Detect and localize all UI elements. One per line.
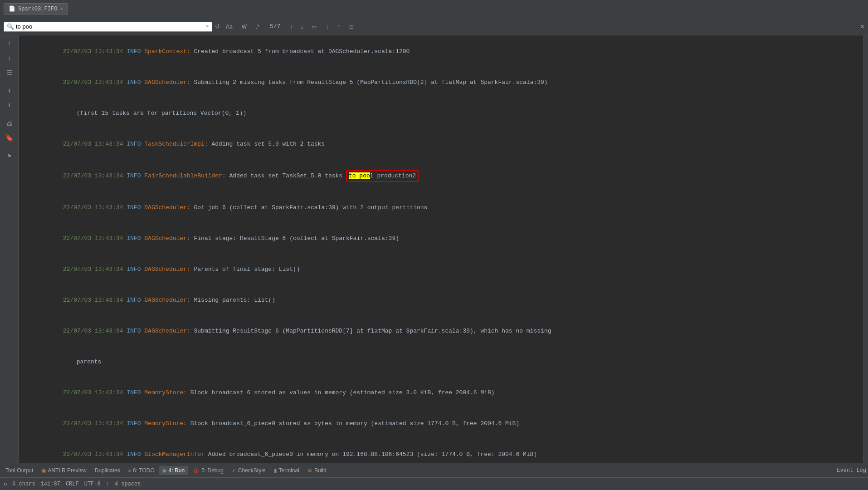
log-text: 22/07/03 13:43:34 INFO DAGScheduler: Got… bbox=[63, 204, 428, 211]
status-bar: ↻ 6 chars 141:87 CRLF UTF-8 ↑ 4 spaces bbox=[0, 477, 868, 490]
log-text: 22/07/03 13:43:34 INFO DAGScheduler: Par… bbox=[63, 266, 300, 273]
tab-icon: 📄 bbox=[9, 5, 15, 12]
search-close-btn[interactable]: × bbox=[860, 23, 864, 31]
checkstyle-btn[interactable]: ✓ CheckStyle bbox=[228, 466, 269, 475]
status-line-ending: CRLF bbox=[66, 481, 79, 487]
log-line: 22/07/03 13:43:34 INFO DAGScheduler: Got… bbox=[19, 192, 863, 223]
log-text: 22/07/03 13:43:34 INFO MemoryStore: Bloc… bbox=[63, 420, 519, 427]
log-text: 22/07/03 13:43:34 INFO DAGScheduler: Fin… bbox=[63, 235, 399, 242]
status-sync[interactable]: ↻ bbox=[4, 480, 7, 487]
log-line: 22/07/03 13:43:34 INFO MemoryStore: Bloc… bbox=[19, 377, 863, 408]
sidebar-action-btn[interactable]: ⬆ bbox=[2, 84, 17, 97]
tool-output-btn[interactable]: Tool Output bbox=[2, 466, 37, 475]
search-input[interactable] bbox=[16, 23, 205, 30]
terminal-icon: ▮ bbox=[274, 467, 277, 474]
status-position: 141:87 bbox=[41, 481, 60, 487]
search-counter: 5/7 bbox=[265, 23, 285, 30]
tab-label: Spark03_FIFO bbox=[18, 6, 57, 12]
status-git-icon: ↑ bbox=[106, 481, 109, 487]
duplicates-btn[interactable]: Duplicates bbox=[91, 466, 124, 475]
log-area[interactable]: 22/07/03 13:43:34 INFO SparkContext: Cre… bbox=[19, 35, 863, 463]
in-selection-btn[interactable]: ▭ bbox=[308, 22, 320, 31]
bottom-toolbar: Tool Output ◉ ANTLR Preview Duplicates ≡… bbox=[0, 463, 868, 477]
scrollbar[interactable] bbox=[863, 35, 868, 463]
build-label: Build bbox=[314, 467, 327, 474]
status-encoding: UTF-8 bbox=[84, 481, 101, 487]
log-text: parents bbox=[77, 358, 102, 365]
sidebar-menu-btn[interactable]: ☰ bbox=[2, 66, 17, 79]
status-chars: 6 chars bbox=[12, 481, 35, 487]
status-indent: 4 spaces bbox=[115, 481, 141, 487]
search-replace-btn[interactable]: ↺ bbox=[215, 23, 220, 30]
todo-icon: ≡ bbox=[128, 468, 131, 473]
main-layout: ↑ ↓ ☰ ⬆ ⬇ 🖨 🔖 ⚑ 22/07/03 13:43:34 INFO S… bbox=[0, 35, 868, 463]
search-input-wrapper: 🔍 × bbox=[4, 22, 212, 32]
log-text: 22/07/03 13:43:34 INFO TaskSchedulerImpl… bbox=[63, 141, 325, 147]
sidebar-up-btn[interactable]: ↑ bbox=[2, 37, 17, 50]
log-text: 22/07/03 13:43:34 INFO MemoryStore: Bloc… bbox=[63, 389, 495, 396]
debug-icon: 🐞 bbox=[193, 467, 200, 474]
antlr-label: ANTLR Preview bbox=[48, 467, 86, 474]
sidebar-down-btn[interactable]: ↓ bbox=[2, 52, 17, 64]
log-text: 22/07/03 13:43:34 INFO SparkContext: Cre… bbox=[63, 48, 410, 55]
log-text: (first 15 tasks are for partitions Vecto… bbox=[77, 110, 246, 117]
log-line: 22/07/03 13:43:34 INFO DAGScheduler: Fin… bbox=[19, 223, 863, 254]
log-line: 22/07/03 13:43:34 INFO MemoryStore: Bloc… bbox=[19, 408, 863, 439]
build-btn[interactable]: ⚙ Build bbox=[304, 466, 330, 475]
tool-output-label: Tool Output bbox=[5, 467, 33, 474]
sidebar-bookmark-btn[interactable]: 🔖 bbox=[2, 132, 17, 144]
run-label: 4: Run bbox=[169, 467, 185, 474]
filter-btn[interactable]: ⊟ bbox=[346, 22, 357, 31]
checkstyle-icon: ✓ bbox=[232, 467, 236, 474]
bottom-info: Event Log bbox=[837, 467, 866, 474]
log-line: 22/07/03 13:43:34 INFO DAGScheduler: Sub… bbox=[19, 67, 863, 98]
regex-btn[interactable]: .* bbox=[253, 22, 263, 31]
terminal-btn[interactable]: ▮ Terminal bbox=[270, 466, 303, 475]
log-text: 22/07/03 13:43:34 INFO BlockManagerInfo:… bbox=[63, 451, 537, 458]
match-case-btn[interactable]: Aa bbox=[223, 22, 236, 31]
log-line: 22/07/03 13:43:34 INFO DAGScheduler: Mis… bbox=[19, 285, 863, 316]
build-icon: ⚙ bbox=[307, 467, 312, 474]
multiline-btn[interactable]: ↕ bbox=[322, 22, 332, 31]
log-text: 22/07/03 13:43:34 INFO DAGScheduler: Mis… bbox=[63, 297, 275, 304]
sync-icon: ↻ bbox=[4, 480, 7, 487]
sidebar: ↑ ↓ ☰ ⬆ ⬇ 🖨 🔖 ⚑ bbox=[0, 35, 19, 463]
log-line: 22/07/03 13:43:34 INFO FairSchedulableBu… bbox=[19, 160, 863, 192]
log-text: 22/07/03 13:43:34 INFO DAGScheduler: Sub… bbox=[63, 79, 548, 86]
sidebar-action2-btn[interactable]: ⬇ bbox=[2, 99, 17, 112]
antlr-btn[interactable]: ◉ ANTLR Preview bbox=[38, 466, 90, 475]
search-next-btn[interactable]: ↓ bbox=[298, 22, 306, 31]
duplicates-label: Duplicates bbox=[95, 467, 120, 474]
debug-label: 5: Debug bbox=[201, 467, 224, 474]
todo-btn[interactable]: ≡ 6: TODO bbox=[125, 466, 158, 475]
search-bar: 🔍 × ↺ Aa W .* 5/7 ↑ ↓ ▭ ↕ ⁺ ⊟ × bbox=[0, 18, 868, 35]
log-line: parents bbox=[19, 347, 863, 377]
tab-close-btn[interactable]: × bbox=[60, 6, 63, 12]
antlr-icon: ◉ bbox=[41, 467, 46, 474]
run-btn[interactable]: ▶ 4: Run bbox=[159, 466, 188, 475]
log-line: 22/07/03 13:43:34 INFO DAGScheduler: Par… bbox=[19, 254, 863, 285]
search-prev-btn[interactable]: ↑ bbox=[288, 22, 295, 31]
tab-bar: 📄 Spark03_FIFO × bbox=[0, 0, 868, 18]
debug-btn[interactable]: 🐞 5: Debug bbox=[189, 466, 227, 475]
tab-spark03-fifo[interactable]: 📄 Spark03_FIFO × bbox=[4, 3, 68, 15]
search-icon: 🔍 bbox=[7, 23, 14, 30]
log-line: 22/07/03 13:43:34 INFO TaskSchedulerImpl… bbox=[19, 129, 863, 160]
log-line: 22/07/03 13:43:34 INFO DAGScheduler: Sub… bbox=[19, 316, 863, 347]
sidebar-flag-btn[interactable]: ⚑ bbox=[2, 150, 17, 162]
preserve-case-btn[interactable]: ⁺ bbox=[334, 22, 343, 31]
log-line: 22/07/03 13:43:34 INFO BlockManagerInfo:… bbox=[19, 439, 863, 463]
log-line: 22/07/03 13:43:34 INFO SparkContext: Cre… bbox=[19, 36, 863, 67]
checkstyle-label: CheckStyle bbox=[238, 467, 266, 474]
run-icon: ▶ bbox=[163, 467, 167, 474]
whole-word-btn[interactable]: W bbox=[239, 22, 250, 31]
todo-label: 6: TODO bbox=[133, 467, 155, 474]
log-text: 22/07/03 13:43:34 INFO FairSchedulableBu… bbox=[63, 172, 419, 179]
search-clear-btn[interactable]: × bbox=[205, 23, 209, 30]
terminal-label: Terminal bbox=[279, 467, 299, 474]
log-text: 22/07/03 13:43:34 INFO DAGScheduler: Sub… bbox=[63, 328, 551, 334]
sidebar-print-btn[interactable]: 🖨 bbox=[2, 117, 17, 130]
event-log-label[interactable]: Event Log bbox=[837, 467, 866, 474]
log-line: (first 15 tasks are for partitions Vecto… bbox=[19, 98, 863, 129]
